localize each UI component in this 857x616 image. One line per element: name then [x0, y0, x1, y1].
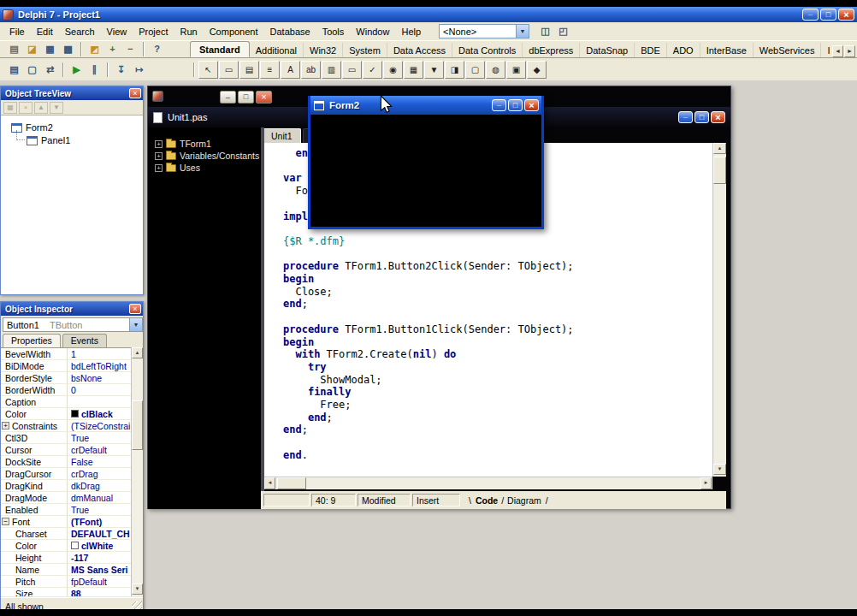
component-frames[interactable]: ▭ [219, 61, 239, 79]
tree-item-panel1[interactable]: Panel1 [27, 135, 70, 145]
property-row-dragkind[interactable]: DragKinddkDrag [1, 480, 133, 492]
menu-file[interactable]: File [3, 24, 31, 39]
minimize-button[interactable] [492, 99, 506, 111]
property-value[interactable] [68, 396, 133, 407]
component-memo[interactable]: ▥ [322, 61, 341, 79]
menu-search[interactable]: Search [59, 24, 101, 39]
object-treeview-titlebar[interactable]: Object TreeView [1, 86, 143, 100]
add-file-to-project-button[interactable]: + [103, 41, 121, 56]
move-down-button[interactable]: ▼ [50, 102, 63, 114]
expand-collapse-icon[interactable]: + [2, 422, 9, 429]
set-debug-desktop-button[interactable]: ◰ [554, 24, 572, 39]
minimize-button[interactable] [220, 91, 236, 104]
palette-tab-data-access[interactable]: Data Access [387, 43, 452, 57]
component-popup-menu[interactable]: ≡ [260, 61, 280, 79]
save-file-button[interactable]: ▦ [41, 41, 59, 56]
restore-button[interactable] [238, 91, 254, 104]
property-value[interactable]: crDefault [68, 444, 133, 455]
component-radio-group[interactable]: ◍ [486, 61, 505, 79]
property-row-borderwidth[interactable]: BorderWidth0 [1, 384, 133, 396]
expand-icon[interactable]: + [155, 164, 163, 172]
explorer-item-uses[interactable]: +Uses [148, 162, 261, 174]
property-row-ctl3d[interactable]: Ctl3DTrue [1, 432, 133, 444]
property-row-caption[interactable]: Caption [1, 396, 133, 408]
palette-tab-ado[interactable]: ADO [667, 43, 700, 57]
object-selector-combo[interactable]: Button1 TButton [3, 317, 143, 332]
property-value[interactable]: fpDefault [68, 576, 133, 587]
minimize-button[interactable] [678, 111, 693, 123]
expand-icon[interactable]: + [155, 152, 163, 160]
property-row-bevelwidth[interactable]: BevelWidth1 [1, 348, 133, 360]
scrollbar-thumb[interactable] [713, 157, 726, 184]
scroll-down-icon[interactable] [713, 464, 726, 475]
property-value[interactable]: MS Sans Seri [68, 564, 133, 575]
property-row-name[interactable]: NameMS Sans Seri [1, 564, 133, 576]
property-row-dragmode[interactable]: DragModedmManual [1, 492, 133, 504]
tab-code[interactable]: Code [472, 495, 501, 506]
menu-help[interactable]: Help [395, 24, 427, 39]
palette-tab-additional[interactable]: Additional [250, 43, 304, 57]
property-value[interactable]: dmManual [68, 492, 133, 503]
palette-tab-bde[interactable]: BDE [635, 43, 667, 57]
step-over-button[interactable]: ↦ [130, 62, 148, 77]
property-row-constraints[interactable]: +Constraints(TSizeConstrain [1, 420, 133, 432]
tab-diagram[interactable]: Diagram [504, 495, 545, 506]
close-button[interactable] [711, 111, 725, 123]
delete-item-button[interactable]: × [19, 102, 33, 114]
save-all-button[interactable]: ▩ [59, 41, 77, 56]
inspector-scrollbar[interactable] [131, 347, 143, 596]
desktop-speedsetting-combo[interactable]: <None> [439, 24, 529, 38]
menu-run[interactable]: Run [174, 24, 203, 39]
component-list-box[interactable]: ▦ [404, 61, 423, 79]
toggle-form-unit-button[interactable]: ⇄ [41, 62, 59, 77]
property-row-pitch[interactable]: PitchfpDefault [1, 576, 133, 588]
palette-tab-data-controls[interactable]: Data Controls [452, 43, 523, 57]
palette-tab-datasnap[interactable]: DataSnap [580, 43, 635, 57]
chevron-down-icon[interactable] [129, 318, 142, 331]
property-value[interactable]: True [68, 432, 133, 443]
remove-file-from-project-button[interactable]: − [121, 41, 139, 56]
component-cursor[interactable]: ↖ [198, 61, 218, 79]
view-unit-button[interactable]: ▤ [5, 62, 23, 77]
property-value[interactable]: -117 [68, 552, 133, 563]
object-inspector-titlebar[interactable]: Object Inspector [1, 302, 143, 316]
component-button[interactable]: ▭ [342, 61, 362, 79]
menu-view[interactable]: View [101, 24, 133, 39]
maximize-button[interactable] [508, 99, 523, 111]
component-combo-box[interactable]: ▼ [424, 61, 444, 79]
property-value[interactable]: clBlack [68, 408, 133, 419]
close-icon[interactable] [129, 304, 141, 314]
property-value[interactable]: dkDrag [68, 480, 133, 491]
property-row-height[interactable]: Height-117 [1, 552, 133, 564]
title-bar[interactable]: Delphi 7 - Project1 [0, 7, 857, 22]
pause-button[interactable]: ∥ [86, 62, 103, 77]
component-edit[interactable]: ab [301, 61, 321, 79]
maximize-button[interactable] [694, 111, 709, 123]
property-value[interactable]: (TSizeConstrain [68, 420, 133, 431]
tab-events[interactable]: Events [62, 334, 107, 347]
palette-scroll-left-button[interactable] [832, 45, 843, 57]
property-row-bidimode[interactable]: BiDiModebdLeftToRight [1, 360, 133, 372]
explorer-item-variables-constants[interactable]: +Variables/Constants [148, 150, 261, 162]
close-button[interactable] [524, 99, 539, 111]
tab-unit1[interactable]: Unit1 [263, 128, 301, 143]
component-check-box[interactable]: ✓ [363, 61, 382, 79]
property-value[interactable]: False [68, 456, 133, 467]
property-value[interactable]: bsNone [68, 372, 133, 383]
component-main-menu[interactable]: ▤ [239, 61, 259, 79]
property-row-font[interactable]: −Font(TFont) [1, 516, 133, 528]
move-up-button[interactable]: ▲ [34, 102, 48, 114]
component-scroll-bar[interactable]: ◨ [445, 61, 464, 79]
scrollbar-thumb[interactable] [277, 477, 306, 489]
component-panel[interactable]: ▣ [506, 61, 526, 79]
palette-scroll-right-button[interactable] [844, 45, 855, 57]
property-row-enabled[interactable]: EnabledTrue [1, 504, 133, 516]
editor-vertical-scrollbar[interactable] [712, 143, 726, 477]
scrollbar-thumb[interactable] [132, 400, 143, 450]
scroll-up-icon[interactable] [132, 347, 143, 358]
run-button[interactable]: ▶ [68, 62, 86, 77]
menu-tools[interactable]: Tools [316, 24, 351, 39]
property-value[interactable]: DEFAULT_CH [68, 528, 133, 539]
property-value[interactable]: 1 [68, 348, 133, 359]
property-row-color[interactable]: ColorclWhite [1, 540, 133, 552]
